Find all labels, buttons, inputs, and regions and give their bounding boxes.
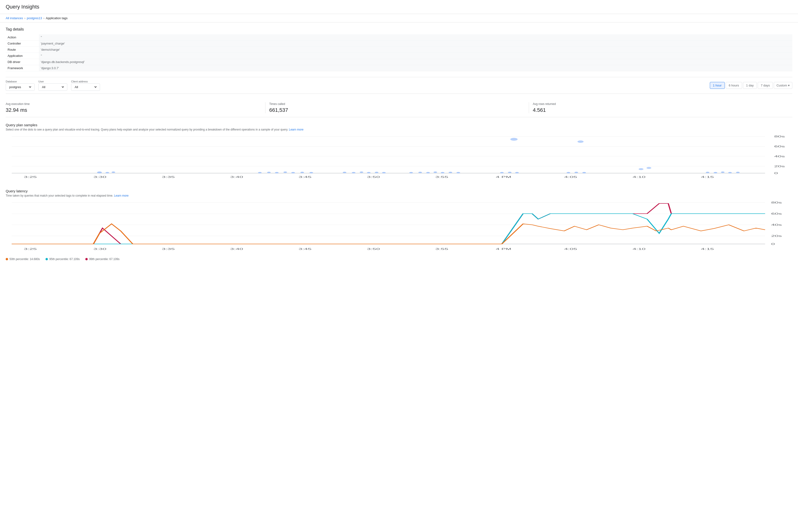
legend-dot-50th <box>6 258 8 260</box>
tag-value-framework: 'django:3.0.7' <box>39 65 792 71</box>
time-btn-1day[interactable]: 1 day <box>743 82 757 89</box>
time-btn-custom[interactable]: Custom ▾ <box>774 82 792 89</box>
tag-label-application: Application <box>6 53 39 59</box>
database-select[interactable]: postgres <box>8 85 32 89</box>
chevron-down-icon: ▾ <box>788 83 790 87</box>
svg-text:3:45: 3:45 <box>299 175 312 178</box>
svg-text:0: 0 <box>771 243 775 245</box>
metric-avg-execution-label: Avg execution time <box>6 102 261 106</box>
svg-point-34 <box>367 172 370 173</box>
breadcrumb: All instances › postgres13 › Application… <box>0 14 798 22</box>
svg-text:3:55: 3:55 <box>435 175 448 178</box>
user-select-wrapper[interactable]: All <box>38 83 67 91</box>
client-address-filter: Client address All <box>71 80 100 91</box>
svg-text:4:10: 4:10 <box>633 248 646 250</box>
user-select[interactable]: All <box>41 85 65 89</box>
time-btn-7days[interactable]: 7 days <box>758 82 773 89</box>
svg-text:3:45: 3:45 <box>299 248 312 250</box>
breadcrumb-all-instances[interactable]: All instances <box>6 16 23 20</box>
metric-avg-rows: Avg rows returned 4.561 <box>529 102 792 113</box>
svg-point-50 <box>575 172 578 173</box>
svg-point-58 <box>736 172 740 173</box>
tag-value-controller: 'payment_charge' <box>39 40 792 47</box>
tag-value-action: '' <box>39 34 792 40</box>
svg-point-49 <box>567 172 570 173</box>
svg-text:4 PM: 4 PM <box>496 175 512 178</box>
main-content: Tag details Action '' Controller 'paymen… <box>0 22 798 273</box>
database-filter: Database postgres <box>6 80 35 91</box>
tag-value-db-driver: 'django.db.backends.postgresql' <box>39 59 792 65</box>
tag-label-db-driver: DB driver <box>6 59 39 65</box>
svg-text:80s: 80s <box>771 201 782 204</box>
svg-point-57 <box>728 172 731 173</box>
svg-point-36 <box>382 172 386 173</box>
tag-value-route: 'demo/charge' <box>39 47 792 53</box>
table-row: Route 'demo/charge' <box>6 47 792 53</box>
table-row: Framework 'django:3.0.7' <box>6 65 792 71</box>
svg-text:40s: 40s <box>774 155 785 158</box>
svg-point-28 <box>291 172 295 173</box>
client-address-select-wrapper[interactable]: All <box>71 83 100 91</box>
svg-text:20s: 20s <box>771 234 782 238</box>
database-select-wrapper[interactable]: postgres <box>6 83 35 91</box>
svg-text:60s: 60s <box>774 145 785 148</box>
svg-point-24 <box>258 172 262 173</box>
query-latency-desc-text: Time taken by queries that match your se… <box>6 194 114 197</box>
svg-text:4:15: 4:15 <box>701 175 714 178</box>
table-row: Action '' <box>6 34 792 40</box>
svg-text:4:10: 4:10 <box>633 175 646 178</box>
tag-label-controller: Controller <box>6 40 39 47</box>
legend-label-95th: 95th percentile: 67.109s <box>49 258 80 261</box>
tag-details-title: Tag details <box>6 27 792 32</box>
breadcrumb-postgres13[interactable]: postgres13 <box>27 16 42 20</box>
svg-point-52 <box>639 168 644 170</box>
query-latency-svg: 80s 60s 40s 20s 0 3:25 3:30 3:35 3:40 3:… <box>6 200 792 254</box>
svg-text:80s: 80s <box>774 135 785 138</box>
svg-text:3:25: 3:25 <box>24 175 37 178</box>
svg-text:60s: 60s <box>771 212 782 215</box>
time-btn-6hours[interactable]: 6 hours <box>726 82 742 89</box>
svg-point-31 <box>343 172 346 173</box>
metric-times-called: Times called 661,537 <box>265 102 529 113</box>
svg-point-22 <box>106 172 109 173</box>
metric-avg-rows-label: Avg rows returned <box>533 102 788 106</box>
svg-point-38 <box>418 172 422 173</box>
query-plan-section: Query plan samples Select one of the dot… <box>6 123 792 182</box>
custom-label: Custom <box>776 83 787 87</box>
metric-avg-execution: Avg execution time 32.94 ms <box>6 102 265 113</box>
metric-avg-execution-value: 32.94 ms <box>6 107 261 113</box>
time-btn-1hour[interactable]: 1 hour <box>710 82 725 89</box>
svg-text:3:40: 3:40 <box>230 248 243 250</box>
svg-text:0: 0 <box>774 172 778 175</box>
legend-dot-99th <box>85 258 88 260</box>
svg-point-56 <box>721 171 725 173</box>
query-latency-chart: 80s 60s 40s 20s 0 3:25 3:30 3:35 3:40 3:… <box>6 200 792 254</box>
metric-times-called-value: 661,537 <box>269 107 525 113</box>
svg-point-33 <box>360 171 363 173</box>
svg-point-48 <box>578 140 584 143</box>
svg-point-42 <box>449 172 452 173</box>
breadcrumb-sep-2: › <box>43 17 44 20</box>
svg-text:4:15: 4:15 <box>701 248 714 250</box>
svg-point-35 <box>375 172 378 173</box>
query-plan-svg: 80s 60s 40s 20s 0 3:25 3:30 3:35 3:40 3:… <box>6 134 792 182</box>
legend-50th: 50th percentile: 14.680s <box>6 258 40 261</box>
svg-text:3:40: 3:40 <box>230 175 243 178</box>
page-header: Query Insights <box>0 0 798 14</box>
query-latency-learn-more[interactable]: Learn more <box>114 194 128 197</box>
legend-dot-95th <box>45 258 48 260</box>
legend-row: 50th percentile: 14.680s 95th percentile… <box>6 258 792 261</box>
table-row: Controller 'payment_charge' <box>6 40 792 47</box>
svg-text:3:35: 3:35 <box>162 175 175 178</box>
legend-95th: 95th percentile: 67.109s <box>45 258 80 261</box>
query-plan-learn-more[interactable]: Learn more <box>289 128 303 131</box>
svg-text:3:25: 3:25 <box>24 248 37 250</box>
breadcrumb-sep-1: › <box>24 17 25 20</box>
client-address-select[interactable]: All <box>74 85 97 89</box>
page-title: Query Insights <box>6 4 792 10</box>
query-plan-description: Select one of the dots to see a query pl… <box>6 128 792 131</box>
svg-point-27 <box>283 171 287 173</box>
query-latency-section: Query latency Time taken by queries that… <box>6 189 792 261</box>
svg-point-46 <box>515 172 519 173</box>
query-plan-title: Query plan samples <box>6 123 792 127</box>
